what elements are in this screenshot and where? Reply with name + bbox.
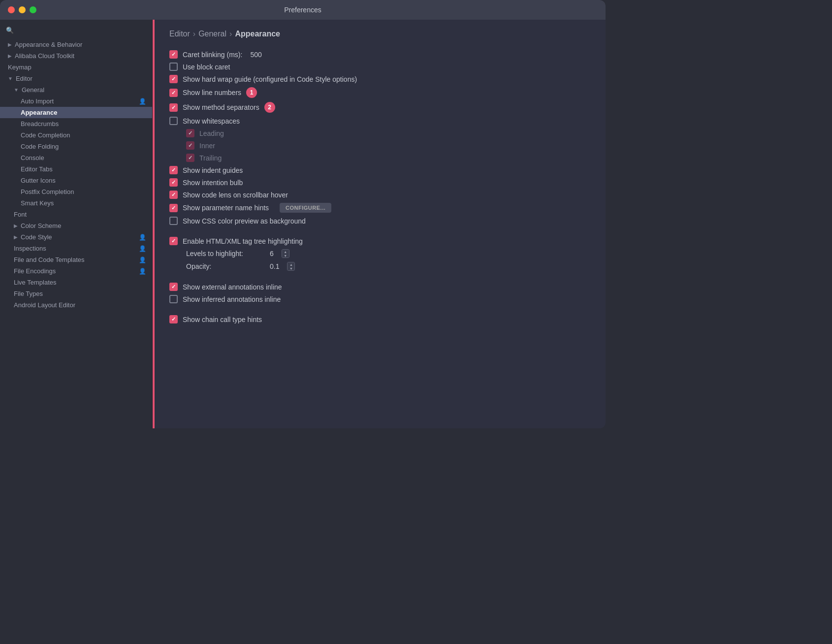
sidebar-item-live-templates[interactable]: Live Templates xyxy=(0,277,152,288)
sidebar-badge: 👤 xyxy=(139,234,146,241)
show-method-sep-checkbox[interactable]: ✓ xyxy=(169,103,178,112)
minimize-button[interactable] xyxy=(19,6,26,13)
search-icon: 🔍 xyxy=(6,27,14,34)
show-hard-wrap-label: Show hard wrap guide (configured in Code… xyxy=(183,75,357,83)
show-line-numbers-row: ✓ Show line numbers 1 xyxy=(169,85,591,100)
sidebar-item-editor[interactable]: ▼ Editor xyxy=(0,73,152,84)
show-whitespaces-label: Show whitespaces xyxy=(183,117,240,125)
show-method-sep-label: Show method separators xyxy=(183,103,259,111)
show-code-lens-label: Show code lens on scrollbar hover xyxy=(183,191,288,199)
show-chain-call-checkbox[interactable]: ✓ xyxy=(169,315,178,323)
opacity-up-arrow[interactable]: ▲ xyxy=(288,262,294,266)
breadcrumb-current: Appearance xyxy=(235,30,280,38)
trailing-checkbox[interactable]: ✓ xyxy=(186,154,194,162)
sidebar-label: Postfix Completion xyxy=(21,188,74,195)
sidebar-item-inspections[interactable]: Inspections 👤 xyxy=(0,243,152,254)
sidebar-item-alibaba-cloud[interactable]: ▶ Alibaba Cloud Toolkit xyxy=(0,50,152,62)
arrow-icon: ▼ xyxy=(14,87,19,93)
sidebar-item-code-style[interactable]: ▶ Code Style 👤 xyxy=(0,231,152,243)
sidebar-item-gutter-icons[interactable]: Gutter Icons xyxy=(0,175,152,186)
show-whitespaces-row: Show whitespaces xyxy=(169,115,591,127)
show-indent-guides-label: Show indent guides xyxy=(183,166,243,174)
leading-checkbox[interactable]: ✓ xyxy=(186,129,194,137)
levels-label: Levels to highlight: xyxy=(186,250,265,258)
sidebar-label: File Encodings xyxy=(14,267,56,275)
sidebar-label: Android Layout Editor xyxy=(14,301,75,309)
sidebar-item-file-encodings[interactable]: File Encodings 👤 xyxy=(0,265,152,277)
show-intention-bulb-checkbox[interactable]: ✓ xyxy=(169,178,178,187)
show-chain-call-label: Show chain call type hints xyxy=(183,316,262,323)
show-inferred-annotations-label: Show inferred annotations inline xyxy=(183,295,281,303)
inner-checkbox[interactable]: ✓ xyxy=(186,141,194,150)
show-indent-guides-checkbox[interactable]: ✓ xyxy=(169,166,178,174)
caret-blinking-checkbox[interactable]: ✓ xyxy=(169,50,178,59)
breadcrumb: Editor › General › Appearance xyxy=(169,30,591,38)
sidebar-label: General xyxy=(22,86,44,94)
opacity-label: Opacity: xyxy=(186,262,265,270)
configure-button[interactable]: CONFIGURE... xyxy=(280,203,331,213)
show-inferred-annotations-checkbox[interactable] xyxy=(169,295,178,303)
sidebar-item-smart-keys[interactable]: Smart Keys xyxy=(0,197,152,209)
breadcrumb-sep1: › xyxy=(193,30,195,38)
trailing-label: Trailing xyxy=(199,154,222,162)
levels-spinner[interactable]: ▲ ▼ xyxy=(282,249,289,258)
sidebar-item-file-code-templates[interactable]: File and Code Templates 👤 xyxy=(0,254,152,265)
show-external-annotations-checkbox[interactable]: ✓ xyxy=(169,283,178,291)
sidebar-item-appearance-behavior[interactable]: ▶ Appearance & Behavior xyxy=(0,39,152,50)
sidebar-item-console[interactable]: Console xyxy=(0,152,152,163)
enable-html-xml-label: Enable HTML/XML tag tree highlighting xyxy=(183,237,303,245)
sidebar-item-auto-import[interactable]: Auto Import 👤 xyxy=(0,96,152,107)
sidebar-item-general[interactable]: ▼ General xyxy=(0,84,152,96)
main-container: 🔍 ▶ Appearance & Behavior ▶ Alibaba Clou… xyxy=(0,20,606,428)
breadcrumb-part-general: General xyxy=(198,30,226,38)
badge-1: 1 xyxy=(246,87,257,98)
arrow-icon: ▶ xyxy=(8,42,12,47)
sidebar-label: Inspections xyxy=(14,245,46,252)
inner-label: Inner xyxy=(199,142,215,150)
show-param-hints-checkbox[interactable]: ✓ xyxy=(169,204,178,212)
badge-2: 2 xyxy=(264,102,275,113)
trailing-row: ✓ Trailing xyxy=(186,152,591,164)
levels-up-arrow[interactable]: ▲ xyxy=(282,250,289,254)
sidebar: 🔍 ▶ Appearance & Behavior ▶ Alibaba Clou… xyxy=(0,20,153,428)
opacity-spinner[interactable]: ▲ ▼ xyxy=(287,262,295,271)
sidebar-item-color-scheme[interactable]: ▶ Color Scheme xyxy=(0,220,152,231)
leading-label: Leading xyxy=(199,129,224,137)
close-button[interactable] xyxy=(8,6,15,13)
sidebar-item-code-completion[interactable]: Code Completion xyxy=(0,129,152,141)
sidebar-item-font[interactable]: Font xyxy=(0,209,152,220)
sidebar-label: File and Code Templates xyxy=(14,256,85,263)
levels-value: 6 xyxy=(270,250,274,258)
show-line-numbers-checkbox[interactable]: ✓ xyxy=(169,89,178,97)
caret-blinking-row: ✓ Caret blinking (ms): 500 xyxy=(169,48,591,61)
show-external-annotations-label: Show external annotations inline xyxy=(183,283,282,291)
opacity-down-arrow[interactable]: ▼ xyxy=(288,266,294,270)
show-hard-wrap-checkbox[interactable]: ✓ xyxy=(169,75,178,83)
maximize-button[interactable] xyxy=(30,6,36,13)
show-whitespaces-checkbox[interactable] xyxy=(169,117,178,125)
arrow-icon: ▶ xyxy=(8,53,12,59)
leading-row: ✓ Leading xyxy=(186,127,591,139)
sidebar-item-editor-tabs[interactable]: Editor Tabs xyxy=(0,163,152,175)
sidebar-item-breadcrumbs[interactable]: Breadcrumbs xyxy=(0,118,152,129)
sidebar-item-android-layout-editor[interactable]: Android Layout Editor xyxy=(0,299,152,311)
section-gap-1 xyxy=(169,227,591,235)
show-code-lens-checkbox[interactable]: ✓ xyxy=(169,191,178,199)
levels-down-arrow[interactable]: ▼ xyxy=(282,254,289,258)
window-title: Preferences xyxy=(284,6,321,14)
enable-html-xml-checkbox[interactable]: ✓ xyxy=(169,237,178,245)
sidebar-item-appearance[interactable]: Appearance xyxy=(0,107,152,118)
show-css-preview-checkbox[interactable] xyxy=(169,217,178,225)
use-block-caret-checkbox[interactable] xyxy=(169,63,178,71)
sidebar-item-file-types[interactable]: File Types xyxy=(0,288,152,299)
opacity-value: 0.1 xyxy=(270,262,279,270)
show-method-sep-row: ✓ Show method separators 2 xyxy=(169,100,591,115)
sidebar-badge: 👤 xyxy=(139,245,146,252)
sidebar-badge: 👤 xyxy=(139,268,146,275)
arrow-icon: ▶ xyxy=(14,223,18,228)
sidebar-label: Keymap xyxy=(8,64,32,71)
sidebar-item-keymap[interactable]: Keymap xyxy=(0,62,152,73)
sidebar-item-postfix-completion[interactable]: Postfix Completion xyxy=(0,186,152,197)
sidebar-item-code-folding[interactable]: Code Folding xyxy=(0,141,152,152)
show-css-preview-label: Show CSS color preview as background xyxy=(183,217,306,225)
